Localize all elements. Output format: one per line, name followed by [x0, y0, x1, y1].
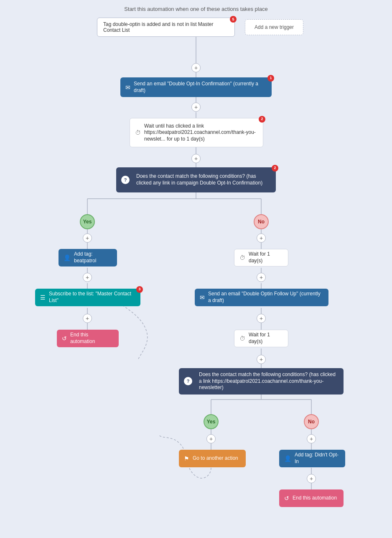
email-icon-2: ✉	[200, 294, 205, 301]
user-icon-1: 👤	[64, 254, 71, 261]
no-label-1: No	[254, 214, 269, 229]
wait-click-node[interactable]: ⏱ Wait until has clicked a link https://…	[130, 118, 263, 147]
plus-btn-1[interactable]: +	[191, 63, 201, 72]
add-tag-2-text: Add tag: Didn't Opt-In	[295, 452, 340, 465]
plus-btn-no-2[interactable]: +	[257, 273, 266, 282]
plus-btn-no-1[interactable]: +	[257, 233, 266, 243]
subscribe-list-badge: 3	[136, 286, 143, 293]
plus-btn-yes-3[interactable]: +	[83, 314, 92, 323]
plus-btn-no-4[interactable]: +	[257, 355, 266, 364]
plus-btn-no2-2[interactable]: +	[307, 474, 316, 483]
end-automation-2-text: End this automation	[293, 495, 337, 502]
no-label-2: No	[304, 414, 319, 429]
trigger-existing[interactable]: 5 Tag double-optin is added and is not i…	[97, 18, 235, 37]
add-tag-text: Add tag: beatpatrol	[74, 251, 112, 264]
condition-1-node[interactable]: ? Does the contact match the following c…	[116, 167, 276, 192]
question-icon-1: ?	[121, 176, 130, 184]
condition-2-node[interactable]: ? Does the contact match the following c…	[179, 368, 344, 395]
end-automation-1-text: End this automation	[70, 332, 114, 345]
condition-2-text: Does the contact match the following con…	[199, 371, 339, 391]
wait-1day-2-text: Wait for 1 day(s)	[249, 332, 283, 345]
send-email-2-node[interactable]: ✉ Send an email "Double Optin Follow Up"…	[195, 289, 328, 306]
plus-btn-3[interactable]: +	[191, 154, 201, 163]
wait-click-badge: 2	[259, 116, 265, 123]
subscribe-list-node[interactable]: ☰ Subscribe to the list: "Master Contact…	[35, 289, 140, 306]
go-to-action-text: Go to another action	[193, 455, 238, 462]
question-icon-2: ?	[184, 377, 192, 385]
plus-btn-yes2-1[interactable]: +	[206, 434, 216, 443]
clock-icon-2: ⏱	[239, 254, 245, 261]
add-trigger-button[interactable]: Add a new trigger	[245, 19, 303, 35]
end-icon-1: ↺	[62, 335, 67, 342]
user-icon-2: 👤	[284, 455, 291, 462]
header-title: Start this automation when one of these …	[92, 6, 300, 12]
yes-label-1: Yes	[80, 214, 95, 229]
trigger-existing-text: Tag double-optin is added and is not in …	[103, 21, 229, 33]
wait-1day-1-node[interactable]: ⏱ Wait for 1 day(s)	[234, 249, 288, 266]
send-email-1-node[interactable]: ✉ Send an email "Double Opt-In Confirmat…	[120, 77, 272, 97]
yes-label-2: Yes	[204, 414, 219, 429]
automation-canvas: Start this automation when one of these …	[0, 0, 392, 538]
plus-btn-no2-1[interactable]: +	[307, 434, 316, 443]
add-trigger-text: Add a new trigger	[255, 24, 294, 30]
add-tag-node[interactable]: 👤 Add tag: beatpatrol	[59, 249, 117, 266]
trigger-badge: 5	[230, 16, 237, 23]
condition-1-badge: 2	[272, 165, 278, 172]
send-email-2-text: Send an email "Double Optin Follow Up" (…	[208, 291, 323, 304]
wait-click-text: Wait until has clicked a link https://be…	[144, 123, 258, 143]
add-tag-2-node[interactable]: 👤 Add tag: Didn't Opt-In	[279, 450, 345, 467]
clock-icon-1: ⏱	[135, 129, 141, 136]
go-icon: ⚑	[184, 455, 189, 462]
wait-1day-2-node[interactable]: ⏱ Wait for 1 day(s)	[234, 330, 288, 347]
send-email-1-badge: 1	[267, 75, 274, 82]
plus-btn-no-3[interactable]: +	[257, 314, 266, 323]
subscribe-list-text: Subscribe to the list: "Master Contact L…	[49, 291, 135, 304]
plus-btn-yes-2[interactable]: +	[83, 273, 92, 282]
send-email-1-text: Send an email "Double Opt-In Confirmatio…	[134, 81, 267, 94]
end-automation-2-node[interactable]: ↺ End this automation	[279, 489, 344, 507]
plus-btn-yes-1[interactable]: +	[83, 233, 92, 243]
condition-1-text: Does the contact match the following con…	[136, 173, 271, 186]
clock-icon-3: ⏱	[239, 335, 245, 342]
plus-btn-2[interactable]: +	[191, 102, 201, 112]
go-to-action-node[interactable]: ⚑ Go to another action	[179, 450, 246, 467]
wait-1day-1-text: Wait for 1 day(s)	[249, 251, 283, 264]
end-automation-1-node[interactable]: ↺ End this automation	[57, 330, 119, 347]
email-icon-1: ✉	[125, 84, 130, 91]
list-icon-1: ☰	[40, 294, 46, 301]
end-icon-2: ↺	[284, 494, 289, 502]
